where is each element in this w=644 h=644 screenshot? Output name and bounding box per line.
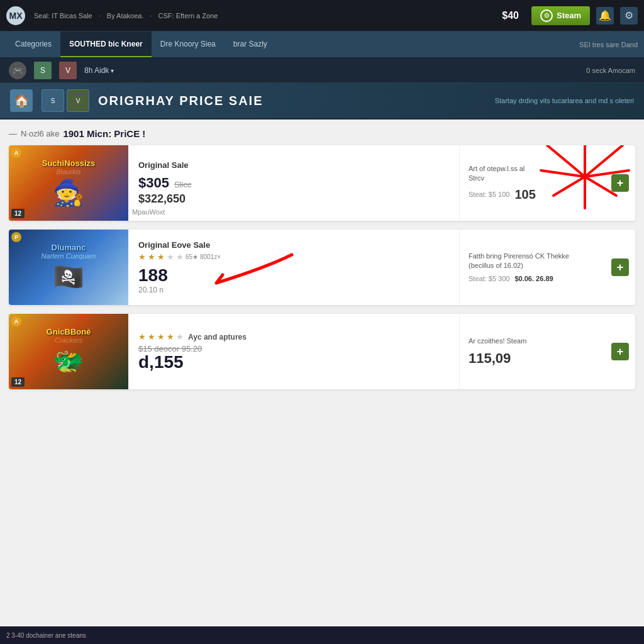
link-1[interactable]: Seal: IT Bicas Sale bbox=[34, 12, 92, 19]
game-info-2: Original Eove Sale ★ ★ ★ ★ ★ 65★ 8001z× … bbox=[128, 230, 459, 305]
steam-button[interactable]: ⊙ Steam bbox=[531, 6, 590, 25]
price-original-3: $15 deocor 95.20 bbox=[138, 344, 449, 353]
add-button-1[interactable]: + bbox=[611, 174, 629, 192]
character-icon-1: 🧙 bbox=[53, 178, 84, 208]
banner-home-icon: 🏠 bbox=[10, 89, 33, 112]
section-heading: 1901 Micn: PriCE ! bbox=[63, 128, 145, 139]
price-detail-1: Steat: $5 100 105 bbox=[469, 187, 626, 202]
detail-2b: (becillus of 16.02) bbox=[469, 262, 626, 269]
separator-2: · bbox=[150, 12, 152, 19]
logo-icon: MX bbox=[6, 6, 25, 25]
detail-1b: Strcv bbox=[469, 174, 626, 182]
add-button-3[interactable]: + bbox=[611, 343, 629, 360]
game-info-3: ★ ★ ★ ★ ★ Ayc and aptures $15 deocor 95.… bbox=[128, 314, 459, 389]
thumb-title-3: GnicBBoné bbox=[47, 327, 91, 336]
game-thumb-2: Dlumanc Narlern Cuequam 🏴‍☠️ P bbox=[9, 230, 128, 305]
nav-categories[interactable]: Categories bbox=[6, 31, 60, 57]
wishlist-note-1: MpauWoxt bbox=[132, 208, 165, 216]
svg-line-0 bbox=[547, 145, 585, 177]
thumb-title-1: SuchiNossizs bbox=[42, 158, 96, 168]
star-5: ★ bbox=[176, 252, 184, 262]
price-val-1: 105 bbox=[514, 187, 535, 202]
game-right-3: Ar czoithes! Steam 115,09 + bbox=[459, 314, 635, 389]
game-type-3: Ayc and aptures bbox=[188, 333, 247, 341]
thumb-bg-2: Dlumanc Narlern Cuequam 🏴‍☠️ bbox=[9, 230, 128, 305]
thumb-bg-3: GnicBBoné Crackers 🐲 bbox=[9, 314, 128, 389]
game-right-2: Fatth bring Pirerensó CK Thekke (becillu… bbox=[459, 230, 635, 305]
add-button-2[interactable]: + bbox=[611, 258, 629, 276]
top-bar: MX Seal: IT Bicas Sale · By Atakoea. · C… bbox=[0, 0, 644, 31]
price-strikethrough-1: Slicc bbox=[174, 180, 191, 189]
banner-description: Startay drding vits tucarlarea and md s … bbox=[495, 97, 634, 104]
game-thumb-1: SuchiNossizs Blaurkis 🧙 12 A bbox=[9, 145, 128, 221]
separator-1: · bbox=[99, 12, 101, 19]
game-thumb-3: GnicBBoné Crackers 🐲 12 A bbox=[9, 314, 128, 389]
star3-1: ★ bbox=[138, 332, 146, 341]
notifications-icon[interactable]: 🔔 bbox=[596, 7, 614, 25]
thumb-sub-1: Blaurkis bbox=[56, 168, 80, 175]
banner-avatar-2: V bbox=[67, 89, 89, 112]
banner: 🏠 S V ORIGRHAY PRICE SAIE Startay drding… bbox=[0, 83, 644, 119]
steam-label: Steam bbox=[557, 11, 581, 20]
game-icon: 🎮 bbox=[9, 62, 26, 79]
star-row-2: ★ ★ ★ ★ ★ 65★ 8001z× bbox=[138, 252, 449, 262]
price-val-2: $0.06. 26.89 bbox=[514, 275, 553, 282]
thumb-bg-1: SuchiNossizs Blaurkis 🧙 bbox=[9, 145, 128, 221]
top-bar-price: $40 bbox=[502, 10, 519, 21]
nav-southed[interactable]: SOUTHED bic Kneer bbox=[60, 31, 152, 57]
thumb-sub-2: Narlern Cuequam bbox=[42, 252, 96, 260]
star-3: ★ bbox=[157, 252, 165, 262]
steam-label-2: Steat: $5 300 bbox=[469, 275, 509, 282]
link-3[interactable]: CSF: Eftern a Zone bbox=[158, 12, 218, 19]
star-1: ★ bbox=[138, 252, 146, 262]
game-type-2: Original Eove Sale bbox=[138, 240, 449, 250]
price-sub-2: 20.10 n bbox=[138, 286, 449, 294]
steam-circle-icon: ⊙ bbox=[540, 9, 553, 22]
price-main-1: $305 bbox=[138, 175, 169, 191]
nav-bar: Categories SOUTHED bic Kneer Dre Knoory … bbox=[0, 31, 644, 58]
user-bar: 🎮 S V 8h Aidk 0 seck Amocam bbox=[0, 58, 644, 83]
star-count-2: 65★ 8001z× bbox=[186, 253, 221, 260]
price-main-3: d,155 bbox=[138, 353, 449, 371]
price-val-3: 115,09 bbox=[469, 350, 511, 367]
price-detail-2: Steat: $5 300 $0.06. 26.89 bbox=[469, 275, 626, 282]
platform-badge-1: A bbox=[11, 148, 21, 158]
svg-line-1 bbox=[585, 145, 623, 177]
detail-1a: Art of otepw.l.ss al bbox=[469, 165, 626, 172]
game-type-1: Original Sale bbox=[138, 160, 449, 170]
nav-dre-knoor[interactable]: Dre Knoory Siea bbox=[152, 31, 225, 57]
link-2[interactable]: By Atakoea. bbox=[107, 12, 144, 19]
section-icon: — bbox=[9, 129, 17, 138]
thumb-sub-3: Crackers bbox=[55, 336, 82, 344]
star-2: ★ bbox=[148, 252, 155, 262]
username[interactable]: 8h Aidk bbox=[84, 66, 114, 75]
nav-right-text: SEI tres sare Dand bbox=[579, 31, 638, 57]
main-content: — N·ozl6 ake 1901 Micn: PriCE ! SuchiNos… bbox=[0, 119, 644, 626]
bottom-text: 2 3-40 dochainer ane steans bbox=[6, 632, 86, 639]
price-detail-3: 115,09 bbox=[469, 350, 626, 367]
top-bar-links: Seal: IT Bicas Sale · By Atakoea. · CSF:… bbox=[34, 12, 489, 19]
star3-2: ★ bbox=[148, 332, 155, 341]
star3-3: ★ bbox=[157, 332, 165, 341]
section-title: — N·ozl6 ake 1901 Micn: PriCE ! bbox=[9, 128, 635, 139]
game-item-3: GnicBBoné Crackers 🐲 12 A ★ ★ ★ ★ ★ Ayc … bbox=[9, 314, 635, 389]
steam-label-1: Steat: $5 100 bbox=[469, 191, 509, 198]
nav-brar[interactable]: brar Sazly bbox=[225, 31, 276, 57]
game-right-1: Art of otepw.l.ss al Strcv Steat: $5 100… bbox=[459, 145, 635, 221]
detail-3a: Ar czoithes! Steam bbox=[469, 337, 626, 345]
star-row-3: ★ ★ ★ ★ ★ Ayc and aptures bbox=[138, 332, 449, 341]
settings-icon[interactable]: ⚙ bbox=[620, 7, 638, 25]
top-bar-right: ⊙ Steam 🔔 ⚙ bbox=[531, 6, 638, 25]
user-bar-right: 0 seck Amocam bbox=[586, 67, 635, 74]
price-sub-1: $322,650 bbox=[138, 192, 449, 206]
platform-badge-2: P bbox=[11, 232, 21, 242]
section-prefix: N·ozl6 ake bbox=[21, 129, 59, 138]
thumb-title-2: Dlumanc bbox=[52, 243, 86, 252]
game-item-2: Dlumanc Narlern Cuequam 🏴‍☠️ P Original … bbox=[9, 230, 635, 305]
game-item-1: SuchiNossizs Blaurkis 🧙 12 A Original Sa… bbox=[9, 145, 635, 221]
platform-badge-3: A bbox=[11, 316, 21, 326]
avatar-2: V bbox=[59, 62, 77, 79]
logo: MX bbox=[6, 6, 25, 25]
banner-title: ORIGRHAY PRICE SAIE bbox=[98, 94, 264, 108]
game-info-1: Original Sale $305 Slicc $322,650 bbox=[128, 145, 459, 221]
